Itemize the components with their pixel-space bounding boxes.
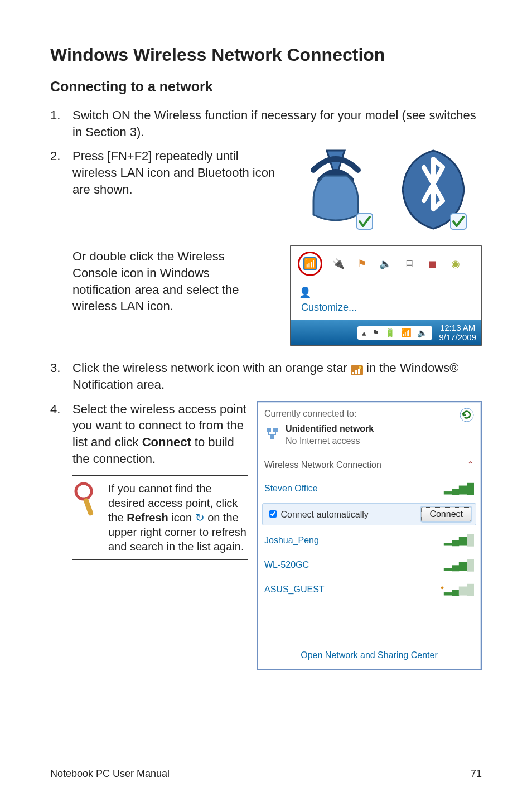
network-access-status: No Internet access: [286, 435, 374, 447]
monitor-icon[interactable]: 🖥: [402, 257, 416, 271]
wifi-network-name: Steven Office: [264, 482, 318, 495]
signal-strength-icon: ▂▄▆█: [444, 482, 474, 495]
step-1: 1. Switch ON the Wireless function if ne…: [50, 107, 482, 140]
open-network-sharing-link[interactable]: Open Network and Sharing Center: [258, 641, 481, 669]
wifi-network-name: ASUS_GUEST: [264, 583, 325, 596]
step-2: 2. Press [FN+F2] repeatedly until wirele…: [50, 148, 482, 231]
refresh-button[interactable]: [460, 408, 474, 426]
section-heading: Connecting to a network: [50, 79, 482, 95]
network-name: Unidentified network: [286, 423, 374, 435]
step-number: 4.: [50, 401, 72, 670]
wireless-console-icon-highlight: 📶: [298, 252, 322, 276]
tray-power-icon[interactable]: 🔋: [385, 328, 395, 338]
page-heading: Windows Wireless Network Connection: [50, 45, 482, 65]
svg-rect-4: [355, 370, 357, 374]
signal-strength-icon: ▂▄▆█: [444, 558, 474, 572]
footer-title: Notebook PC User Manual: [50, 768, 170, 780]
step-text-pre: Click the wireless network icon with an …: [72, 361, 351, 375]
power-icon[interactable]: 🔌: [331, 257, 346, 271]
bluetooth-icon: [397, 148, 470, 231]
page-number: 71: [471, 768, 482, 780]
taskbar: ▴ ⚑ 🔋 📶 🔈 12:13 AM 9/17/2009: [291, 320, 481, 345]
tip-text-mid: icon: [168, 511, 195, 524]
network-category-icon: [264, 426, 280, 445]
connect-button[interactable]: Connect: [421, 507, 471, 521]
connect-automatically-input[interactable]: [269, 510, 277, 518]
wireless-console-icon[interactable]: 📶: [303, 257, 317, 270]
step-text-bold: Connect: [142, 435, 191, 449]
user-icon[interactable]: 👤: [298, 285, 312, 299]
connect-automatically-checkbox[interactable]: Connect automatically: [267, 509, 369, 521]
signal-strength-icon: ●▂▄▆█: [441, 583, 474, 596]
svg-point-7: [76, 484, 91, 499]
step-text: Press [FN+F2] repeatedly until wireless …: [72, 148, 284, 197]
tip-callout: If you cannot find the desired access po…: [72, 475, 248, 560]
notification-tray-popup: 📶 🔌 ⚑ 🔈 🖥 ◼ ◉ 👤 Customize... ▴: [290, 245, 482, 346]
step-4: 4. Select the wireless access point you …: [50, 401, 482, 670]
tray-volume-icon[interactable]: 🔈: [417, 328, 428, 338]
connected-to-label: Currently connected to:: [264, 408, 374, 420]
tray-flag-icon[interactable]: ⚑: [372, 328, 379, 338]
svg-rect-11: [270, 434, 274, 439]
customize-link[interactable]: Customize...: [298, 299, 474, 317]
step-2-alt-text: Or double click the Wireless Console ico…: [72, 248, 269, 315]
svg-rect-10: [273, 428, 278, 432]
wifi-network-item[interactable]: ASUS_GUEST ●▂▄▆█: [258, 577, 481, 602]
wifi-network-item[interactable]: Steven Office ▂▄▆█: [258, 476, 481, 501]
step-text: Switch ON the Wireless function if neces…: [72, 107, 482, 140]
disc-icon[interactable]: ◉: [448, 257, 463, 271]
collapse-icon[interactable]: ⌃: [467, 459, 474, 471]
wireless-section-label: Wireless Network Connection: [264, 459, 381, 471]
action-center-icon[interactable]: ⚑: [355, 257, 369, 271]
step-number: 2.: [50, 148, 72, 231]
step-3: 3. Click the wireless network icon with …: [50, 360, 482, 393]
refresh-icon: ↻: [195, 510, 205, 525]
wifi-network-item[interactable]: WL-520GC ▂▄▆█: [258, 553, 481, 577]
wifi-icon: [297, 148, 375, 231]
step-number: 1.: [50, 107, 72, 140]
tip-text-bold: Refresh: [127, 511, 168, 524]
step-number: 3.: [50, 360, 72, 393]
svg-rect-5: [358, 369, 360, 374]
svg-rect-8: [83, 497, 94, 516]
svg-point-12: [460, 408, 473, 422]
tray-network-icon[interactable]: 📶: [401, 328, 412, 338]
magnifier-icon: [74, 481, 98, 517]
wifi-network-name: WL-520GC: [264, 559, 309, 571]
system-clock[interactable]: 12:13 AM 9/17/2009: [439, 323, 476, 342]
wifi-network-connect-row: Connect automatically Connect: [262, 503, 476, 525]
svg-rect-3: [352, 372, 354, 374]
signal-strength-icon: ▂▄▆█: [444, 533, 474, 547]
volume-icon[interactable]: 🔈: [378, 257, 393, 271]
tray-chevron-icon[interactable]: ▴: [362, 328, 366, 338]
wireless-network-star-icon: [351, 363, 363, 373]
app-icon[interactable]: ◼: [425, 257, 439, 271]
page-footer: Notebook PC User Manual 71: [50, 762, 482, 780]
network-flyout: Currently connected to: Unidentified net…: [257, 401, 482, 670]
svg-rect-9: [267, 428, 271, 432]
svg-point-6: [359, 366, 362, 369]
wifi-network-item[interactable]: Joshua_Peng ▂▄▆█: [258, 528, 481, 552]
wifi-network-name: Joshua_Peng: [264, 534, 319, 547]
